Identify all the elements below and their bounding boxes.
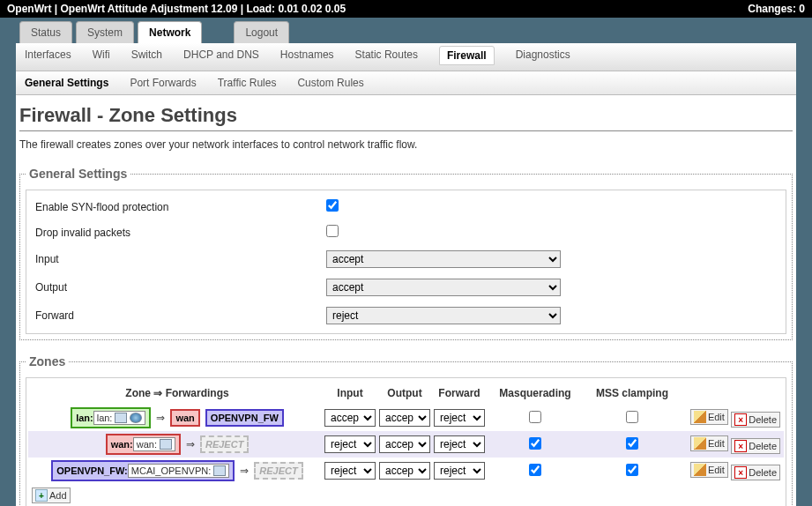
col-masq: Masquerading bbox=[487, 387, 584, 399]
checkbox-drop[interactable] bbox=[326, 225, 339, 237]
network-badge: lan: bbox=[93, 411, 146, 425]
select-forward[interactable]: acceptrejectdrop bbox=[326, 307, 561, 324]
page-title: Firewall - Zone Settings bbox=[19, 102, 793, 129]
delete-icon: × bbox=[734, 413, 747, 426]
zone-masq-checkbox[interactable] bbox=[529, 464, 541, 476]
eth-icon bbox=[115, 413, 127, 423]
fwtab-custom[interactable]: Custom Rules bbox=[297, 77, 363, 89]
edit-icon bbox=[694, 437, 706, 450]
zone-out-select[interactable]: acceptrejectdrop bbox=[379, 435, 430, 453]
label-drop: Drop invalid packets bbox=[35, 227, 326, 239]
zone-tag: wan: wan: bbox=[106, 434, 181, 455]
select-output[interactable]: acceptrejectdrop bbox=[326, 279, 561, 296]
forward-tag: REJECT bbox=[254, 462, 302, 480]
arrow-icon: ⇒ bbox=[186, 438, 195, 450]
subtab-switch[interactable]: Switch bbox=[131, 48, 162, 65]
network-badge: MCAI_OPENVPN: bbox=[128, 464, 229, 478]
delete-button[interactable]: ×Delete bbox=[731, 465, 780, 480]
eth-icon bbox=[213, 465, 226, 476]
edit-icon bbox=[694, 411, 706, 423]
subtab-routes[interactable]: Static Routes bbox=[355, 48, 418, 65]
zone-mss-checkbox[interactable] bbox=[626, 411, 638, 423]
legend-zones: Zones bbox=[26, 354, 69, 368]
zone-f-select[interactable]: acceptrejectdrop bbox=[434, 435, 485, 453]
zone-f-select[interactable]: acceptrejectdrop bbox=[434, 462, 485, 480]
delete-button[interactable]: ×Delete bbox=[731, 412, 780, 428]
subtab-diag[interactable]: Diagnostics bbox=[516, 48, 570, 65]
col-zone-forwardings: Zone ⇒ Forwardings bbox=[32, 387, 323, 399]
zone-out-select[interactable]: acceptrejectdrop bbox=[379, 409, 430, 427]
label-output: Output bbox=[35, 281, 326, 294]
add-icon: + bbox=[35, 489, 48, 502]
delete-icon: × bbox=[734, 466, 747, 479]
label-syn: Enable SYN-flood protection bbox=[35, 201, 326, 213]
zone-in-select[interactable]: acceptrejectdrop bbox=[324, 409, 376, 427]
label-input: Input bbox=[35, 253, 326, 265]
zone-in-select[interactable]: acceptrejectdrop bbox=[324, 435, 376, 453]
delete-icon: × bbox=[734, 440, 747, 452]
tab-status[interactable]: Status bbox=[19, 21, 72, 43]
subtab-firewall[interactable]: Firewall bbox=[439, 46, 495, 65]
legend-general: General Settings bbox=[26, 167, 130, 181]
subtab-dhcp[interactable]: DHCP and DNS bbox=[183, 48, 259, 65]
tab-logout[interactable]: Logout bbox=[234, 21, 289, 43]
topbar-changes[interactable]: Changes: 0 bbox=[748, 3, 805, 15]
col-input: Input bbox=[323, 387, 377, 399]
zone-row: wan: wan:⇒REJECTacceptrejectdropacceptre… bbox=[28, 431, 784, 458]
edit-button[interactable]: Edit bbox=[690, 435, 728, 451]
col-forward: Forward bbox=[432, 387, 487, 399]
edit-button[interactable]: Edit bbox=[690, 462, 728, 478]
forward-tag: REJECT bbox=[200, 435, 249, 453]
delete-button[interactable]: ×Delete bbox=[731, 438, 780, 454]
eth-icon bbox=[160, 439, 172, 450]
label-forward: Forward bbox=[35, 309, 326, 322]
forward-tag: wan bbox=[170, 409, 199, 427]
edit-icon bbox=[694, 464, 706, 476]
zone-row: OPENVPN_FW: MCAI_OPENVPN:⇒REJECTacceptre… bbox=[28, 458, 784, 484]
globe-icon bbox=[130, 413, 142, 423]
col-output: Output bbox=[377, 387, 432, 399]
forward-tag: OPENVPN_FW bbox=[205, 409, 284, 427]
fwtab-general[interactable]: General Settings bbox=[25, 77, 108, 89]
zone-mss-checkbox[interactable] bbox=[626, 464, 638, 476]
tab-network[interactable]: Network bbox=[138, 21, 202, 43]
zone-out-select[interactable]: acceptrejectdrop bbox=[379, 462, 430, 480]
checkbox-syn[interactable] bbox=[326, 199, 339, 212]
section-zones: Zones Zone ⇒ Forwardings Input Output Fo… bbox=[19, 354, 793, 506]
page-desc: The firewall creates zones over your net… bbox=[19, 138, 793, 151]
network-badge: wan: bbox=[133, 437, 175, 451]
edit-button[interactable]: Edit bbox=[690, 409, 728, 425]
fwtab-traffic[interactable]: Traffic Rules bbox=[218, 77, 277, 89]
arrow-icon: ⇒ bbox=[156, 412, 165, 424]
zone-in-select[interactable]: acceptrejectdrop bbox=[324, 462, 376, 480]
zone-tag: OPENVPN_FW: MCAI_OPENVPN: bbox=[51, 460, 235, 481]
topbar-left: OpenWrt | OpenWrt Attitude Adjustment 12… bbox=[7, 3, 346, 15]
col-mss: MSS clamping bbox=[584, 387, 681, 399]
subtab-interfaces[interactable]: Interfaces bbox=[25, 48, 71, 65]
select-input[interactable]: acceptrejectdrop bbox=[326, 250, 561, 268]
zone-row: lan: lan:⇒wanOPENVPN_FWacceptrejectdropa… bbox=[28, 405, 784, 431]
arrow-icon: ⇒ bbox=[240, 465, 249, 477]
section-general: General Settings Enable SYN-flood protec… bbox=[19, 167, 793, 340]
zone-tag: lan: lan: bbox=[71, 407, 151, 428]
zone-masq-checkbox[interactable] bbox=[529, 411, 541, 423]
fwtab-portfwd[interactable]: Port Forwards bbox=[130, 77, 196, 89]
zone-mss-checkbox[interactable] bbox=[626, 437, 638, 450]
add-zone-button[interactable]: +Add bbox=[32, 487, 71, 503]
subtab-wifi[interactable]: Wifi bbox=[93, 48, 110, 65]
zone-f-select[interactable]: acceptrejectdrop bbox=[434, 409, 485, 427]
tab-system[interactable]: System bbox=[76, 21, 134, 43]
zone-masq-checkbox[interactable] bbox=[529, 437, 541, 450]
subtab-hostnames[interactable]: Hostnames bbox=[280, 48, 334, 65]
